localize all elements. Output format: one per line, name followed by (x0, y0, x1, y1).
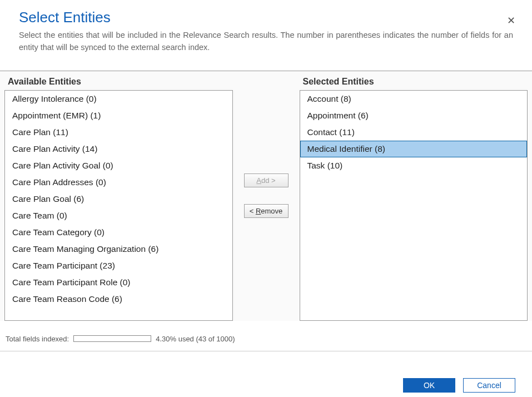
footer-divider (0, 351, 532, 351)
available-item[interactable]: Care Plan (11) (5, 124, 232, 141)
selected-item[interactable]: Appointment (6) (300, 107, 528, 124)
available-listbox[interactable]: Allergy Intolerance (0)Appointment (EMR)… (4, 90, 233, 321)
available-item[interactable]: Care Team Participant (23) (5, 257, 232, 274)
selected-item[interactable]: Task (10) (300, 157, 528, 174)
progress-bar (73, 335, 151, 342)
available-item[interactable]: Care Plan Activity Goal (0) (5, 157, 232, 174)
selected-item[interactable]: Account (8) (300, 91, 528, 107)
status-bar: Total fields indexed: 4.30% used (43 of … (0, 325, 532, 349)
available-column: Available Entities Allergy Intolerance (… (4, 71, 233, 321)
available-item[interactable]: Care Team Reason Code (6) (5, 291, 232, 307)
dialog-footer: OK Cancel (403, 378, 515, 393)
selected-item[interactable]: Contact (11) (300, 124, 528, 141)
available-item[interactable]: Care Team (0) (5, 207, 232, 224)
entity-picker: Available Entities Allergy Intolerance (… (0, 71, 532, 321)
remove-button[interactable]: < Remove (244, 204, 289, 218)
available-item[interactable]: Care Plan Addresses (0) (5, 174, 232, 191)
selected-column: Selected Entities Account (8)Appointment… (300, 71, 528, 321)
add-button[interactable]: Add > (244, 173, 289, 187)
available-item[interactable]: Care Team Managing Organization (6) (5, 241, 232, 257)
selected-listbox[interactable]: Account (8)Appointment (6)Contact (11)Me… (300, 90, 528, 321)
selected-item[interactable]: Medical Identifier (8) (300, 141, 528, 157)
status-label: Total fields indexed: (6, 335, 69, 343)
status-usage: 4.30% used (43 of 1000) (156, 335, 235, 343)
dialog-description: Select the entities that will be include… (19, 29, 513, 54)
close-icon[interactable]: ✕ (507, 16, 515, 26)
transfer-buttons: Add > < Remove (233, 71, 300, 321)
available-item[interactable]: Care Plan Activity (14) (5, 141, 232, 157)
available-item[interactable]: Care Plan Goal (6) (5, 191, 232, 207)
available-label: Available Entities (4, 71, 233, 90)
available-item[interactable]: Allergy Intolerance (0) (5, 91, 232, 107)
ok-button[interactable]: OK (403, 378, 455, 393)
cancel-button[interactable]: Cancel (463, 378, 515, 393)
available-item[interactable]: Appointment (EMR) (1) (5, 107, 232, 124)
available-item[interactable]: Care Team Participant Role (0) (5, 274, 232, 291)
dialog-title: Select Entities (19, 9, 513, 26)
selected-label: Selected Entities (300, 71, 528, 90)
dialog-header: Select Entities Select the entities that… (0, 0, 532, 65)
available-item[interactable]: Care Team Category (0) (5, 224, 232, 241)
